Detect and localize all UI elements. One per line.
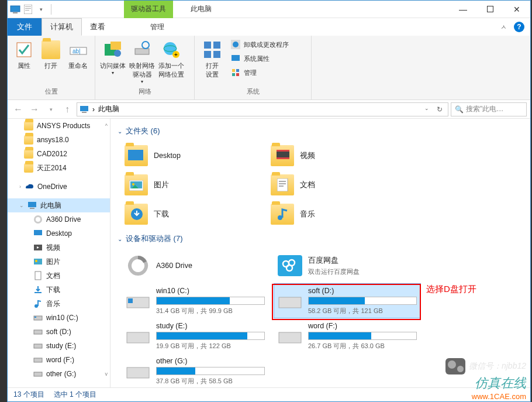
system-properties-button[interactable]: 系统属性 [229, 52, 291, 65]
address-dropdown-icon[interactable]: ⌄ [421, 105, 433, 114]
quick-access-toolbar: ▾ [8, 4, 54, 15]
open-settings-button[interactable]: 打开 设置 [199, 38, 225, 79]
drive-g[interactable]: other (G:)37.8 GB 可用，共 58.5 GB [122, 354, 268, 387]
svg-rect-25 [232, 55, 240, 61]
svg-rect-28 [232, 73, 235, 76]
music-folder-icon [271, 204, 294, 225]
tab-file[interactable]: 文件 [8, 18, 42, 36]
doc-icon[interactable] [23, 4, 33, 15]
tab-computer[interactable]: 计算机 [42, 18, 82, 36]
section-drives-header[interactable]: ⌄设备和驱动器 (7) [110, 231, 530, 246]
drive-baidu[interactable]: 百度网盘双击运行百度网盘 [274, 249, 420, 283]
add-network-location-button[interactable]: + 添加一个 网络位置 [158, 38, 184, 79]
sidebar-item-drive-g[interactable]: other (G:)v [8, 367, 110, 381]
sidebar-item-cad2012[interactable]: CAD2012 [8, 147, 110, 161]
svg-point-40 [35, 260, 37, 262]
nav-history-dropdown[interactable]: ▾ [44, 102, 58, 116]
drive-e[interactable]: study (E:)19.9 GB 可用，共 122 GB [122, 319, 268, 353]
svg-rect-41 [35, 272, 41, 280]
uninstall-button[interactable]: 卸载或更改程序 [229, 38, 291, 51]
folder-icon [24, 121, 33, 130]
pictures-folder-icon [125, 174, 148, 195]
folder-downloads[interactable]: 下载 [122, 200, 268, 229]
folder-icon [24, 149, 33, 159]
sidebar: ANSYS Products^ ansys18.0 CAD2012 天正2014… [8, 119, 110, 387]
search-input[interactable]: 🔍 搜索"此电… [451, 102, 527, 116]
sidebar-item-onedrive[interactable]: ›OneDrive [8, 180, 110, 194]
drive-icon [278, 325, 302, 346]
breadcrumb-this-pc[interactable]: 此电脑 [98, 104, 119, 114]
minimize-button[interactable]: — [450, 1, 476, 18]
content-area: ⌄文件夹 (6) Desktop 视频 图片 文档 下载 音乐 ⌄设备和驱动器 … [110, 119, 530, 387]
svg-point-56 [132, 183, 134, 185]
map-drive-button[interactable]: 映射网络 驱动器▾ [129, 38, 155, 84]
drive-icon [33, 355, 43, 365]
svg-rect-52 [277, 150, 289, 152]
video-folder-icon [271, 145, 294, 166]
sidebar-item-videos[interactable]: 视频 [8, 240, 110, 255]
folder-music[interactable]: 音乐 [268, 200, 414, 229]
help-icon[interactable]: ? [514, 22, 524, 32]
svg-rect-2 [24, 5, 32, 14]
drive-icon [33, 369, 43, 379]
status-selection-count: 选中 1 个项目 [54, 390, 96, 400]
sidebar-item-pictures[interactable]: 图片 [8, 255, 110, 269]
svg-rect-4 [25, 8, 31, 9]
svg-point-24 [233, 42, 239, 47]
ribbon-collapse-icon[interactable]: ㅅ [500, 23, 507, 32]
svg-rect-20 [213, 42, 220, 49]
svg-point-12 [114, 50, 121, 57]
sidebar-item-ansys-products[interactable]: ANSYS Products^ [8, 119, 110, 133]
tab-view[interactable]: 查看 [82, 18, 114, 36]
context-tab-drive-tools[interactable]: 驱动器工具 [124, 1, 173, 18]
address-bar: ← → ▾ ↑ › 此电脑 ⌄ ↻ 🔍 搜索"此电… [8, 100, 530, 119]
address-input[interactable]: › 此电脑 ⌄ ↻ [77, 102, 448, 116]
sidebar-item-drive-c[interactable]: win10 (C:) [8, 311, 110, 325]
svg-rect-33 [30, 208, 34, 209]
nav-up-button[interactable]: ↑ [60, 102, 74, 116]
folder-desktop[interactable]: Desktop [122, 141, 268, 170]
sidebar-item-ansys18[interactable]: ansys18.0 [8, 133, 110, 147]
sidebar-item-tianzheng[interactable]: 天正2014 [8, 161, 110, 175]
rename-button[interactable]: ab| 重命名 [67, 38, 90, 70]
open-button[interactable]: 打开 [39, 38, 63, 70]
tab-manage[interactable]: 管理 [141, 18, 174, 36]
folder-pictures[interactable]: 图片 [122, 170, 268, 200]
drive-d[interactable]: soft (D:)58.2 GB 可用，共 121 GB [274, 284, 420, 318]
svg-rect-47 [34, 344, 42, 348]
nav-back-button[interactable]: ← [11, 102, 25, 116]
drive-a360[interactable]: A360 Drive [122, 249, 268, 283]
sidebar-item-this-pc[interactable]: ⌄此电脑 [8, 198, 110, 212]
access-media-button[interactable]: 访问媒体▾ [100, 38, 126, 75]
drive-icon [33, 313, 43, 322]
downloads-icon [33, 285, 43, 294]
sidebar-item-documents[interactable]: 文档 [8, 269, 110, 283]
sidebar-item-a360[interactable]: A360 Drive [8, 212, 110, 226]
sidebar-item-desktop[interactable]: Desktop [8, 226, 110, 240]
properties-button[interactable]: 属性 [12, 38, 36, 70]
drive-f[interactable]: word (F:)26.7 GB 可用，共 63.0 GB [274, 319, 420, 353]
sidebar-item-drive-d[interactable]: soft (D:) [8, 325, 110, 339]
svg-rect-39 [34, 259, 42, 264]
folder-documents[interactable]: 文档 [268, 170, 414, 200]
drive-icon [126, 360, 150, 382]
sidebar-item-music[interactable]: 音乐 [8, 297, 110, 311]
globe-plus-icon: + [162, 40, 181, 59]
folder-videos[interactable]: 视频 [268, 141, 414, 170]
sidebar-item-drive-f[interactable]: word (F:) [8, 353, 110, 367]
section-folders-header[interactable]: ⌄文件夹 (6) [110, 123, 530, 139]
sidebar-item-drive-e[interactable]: study (E:) [8, 339, 110, 353]
uninstall-icon [231, 40, 240, 49]
body: ANSYS Products^ ansys18.0 CAD2012 天正2014… [8, 119, 530, 387]
nav-forward-button[interactable]: → [27, 102, 42, 116]
drive-c[interactable]: win10 (C:)31.4 GB 可用，共 99.9 GB [122, 284, 268, 318]
maximize-button[interactable] [476, 1, 503, 18]
pc-icon [10, 4, 20, 15]
dropdown-icon[interactable]: ▾ [36, 4, 46, 15]
manage-button[interactable]: 管理 [229, 66, 291, 79]
refresh-icon[interactable]: ↻ [434, 105, 445, 114]
onedrive-icon [25, 182, 34, 191]
sidebar-item-downloads[interactable]: 下载 [8, 283, 110, 297]
sysprops-icon [231, 54, 240, 63]
close-button[interactable]: ✕ [503, 1, 530, 18]
